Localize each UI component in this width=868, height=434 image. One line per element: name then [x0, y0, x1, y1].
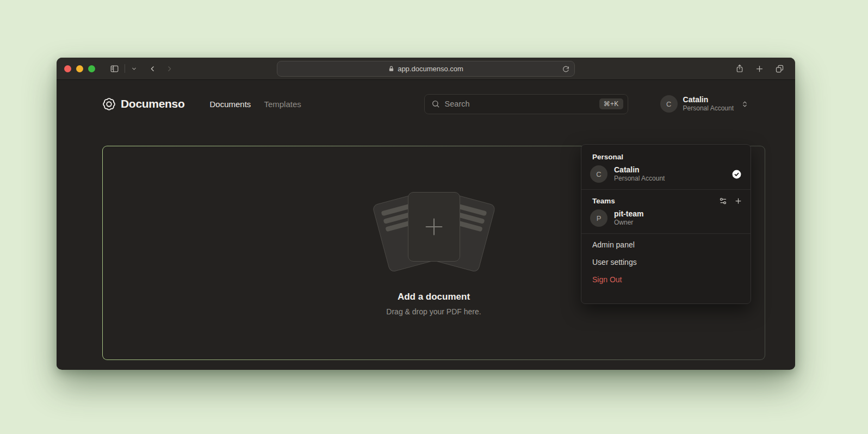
- forward-button[interactable]: [166, 64, 173, 73]
- tab-group-chevron-icon[interactable]: [131, 66, 137, 72]
- team-item[interactable]: P pit-team Owner: [581, 206, 751, 231]
- document-card-front: [408, 192, 460, 262]
- lock-icon: [388, 65, 394, 72]
- personal-account-text: Catalin Personal Account: [614, 165, 665, 183]
- team-role: Owner: [614, 219, 643, 227]
- window-controls: [64, 65, 95, 72]
- main-navigation: Documents Templates: [210, 100, 301, 109]
- selected-check-icon: [731, 169, 742, 179]
- menu-item-admin-panel[interactable]: Admin panel: [581, 236, 751, 253]
- search-bar[interactable]: ⌘+K: [424, 94, 628, 114]
- menu-divider: [581, 233, 751, 234]
- reload-icon[interactable]: [562, 65, 569, 73]
- browser-window: app.documenso.com: [57, 58, 795, 370]
- personal-account-avatar: C: [590, 165, 607, 183]
- app-header: Documenso Documents Templates ⌘+K C Cata…: [57, 80, 795, 128]
- account-name: Catalin: [683, 95, 734, 104]
- account-button-text: Catalin Personal Account: [683, 95, 734, 113]
- close-window-button[interactable]: [64, 65, 71, 72]
- toolbar-divider: [125, 64, 125, 73]
- brand-name: Documenso: [121, 97, 185, 110]
- teams-section-label: Teams: [592, 197, 615, 205]
- sidebar-toggle-icon[interactable]: [109, 64, 120, 73]
- zoom-window-button[interactable]: [88, 65, 95, 72]
- browser-toolbar: app.documenso.com: [57, 58, 795, 80]
- minimize-window-button[interactable]: [76, 65, 83, 72]
- search-icon: [431, 100, 440, 108]
- share-icon[interactable]: [735, 64, 744, 73]
- search-shortcut-badge: ⌘+K: [599, 98, 623, 109]
- manage-teams-icon[interactable]: [719, 197, 727, 205]
- create-team-plus-icon[interactable]: [734, 197, 742, 205]
- back-button[interactable]: [149, 64, 156, 73]
- menu-item-user-settings[interactable]: User settings: [581, 253, 751, 271]
- documenso-logo-icon: [102, 97, 116, 111]
- team-text: pit-team Owner: [614, 209, 643, 227]
- personal-account-subtitle: Personal Account: [614, 175, 665, 183]
- user-avatar: C: [660, 95, 678, 113]
- url-text: app.documenso.com: [398, 65, 463, 73]
- teams-section-header: Teams: [581, 192, 751, 206]
- account-menu-button[interactable]: C Catalin Personal Account: [660, 95, 748, 113]
- nav-documents[interactable]: Documents: [210, 100, 251, 109]
- menu-item-sign-out[interactable]: Sign Out: [581, 271, 751, 288]
- dropzone-subtitle: Drag & drop your PDF here.: [103, 307, 765, 316]
- document-stack-illustration: [377, 192, 491, 274]
- account-subtitle: Personal Account: [683, 104, 734, 113]
- add-document-plus-icon: [421, 214, 447, 239]
- account-dropdown-menu: Personal C Catalin Personal Account Team…: [581, 144, 751, 304]
- personal-account-item[interactable]: C Catalin Personal Account: [581, 162, 751, 187]
- chevrons-up-down-icon: [741, 100, 748, 108]
- address-bar[interactable]: app.documenso.com: [277, 61, 575, 77]
- team-avatar: P: [590, 209, 607, 227]
- team-name: pit-team: [614, 209, 643, 219]
- search-input[interactable]: [445, 100, 599, 108]
- personal-section-label: Personal: [581, 148, 751, 162]
- personal-account-name: Catalin: [614, 165, 665, 175]
- tab-overview-icon[interactable]: [775, 64, 784, 73]
- menu-divider: [581, 189, 751, 190]
- brand[interactable]: Documenso: [102, 97, 185, 111]
- nav-templates[interactable]: Templates: [264, 100, 301, 109]
- new-tab-icon[interactable]: [755, 65, 764, 73]
- documenso-app: Documenso Documents Templates ⌘+K C Cata…: [57, 80, 795, 369]
